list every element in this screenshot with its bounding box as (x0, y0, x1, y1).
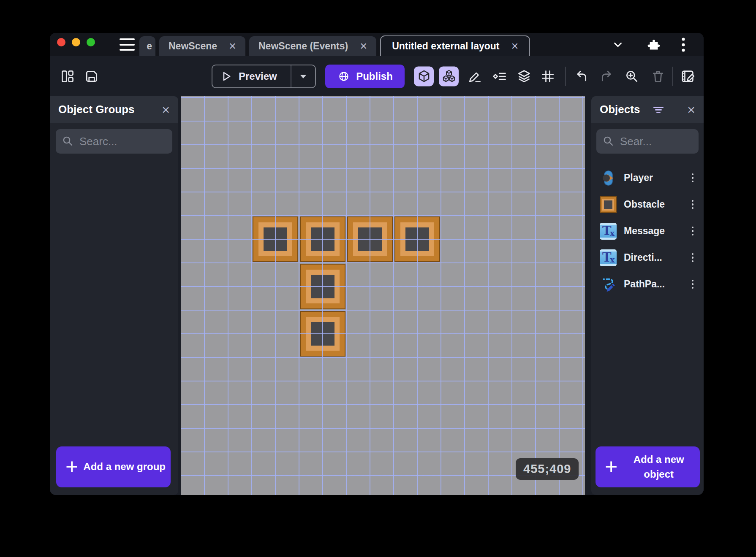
objects-searchbox (596, 129, 699, 154)
object-row-player[interactable]: Player (591, 165, 704, 191)
player-icon (600, 170, 617, 187)
layers-icon[interactable] (516, 68, 533, 85)
obstacle-tile[interactable] (347, 216, 393, 262)
object-row-obstacle[interactable]: Obstacle (591, 191, 704, 218)
tab-bar-right-controls (606, 33, 704, 56)
undo-icon[interactable] (572, 68, 589, 85)
close-panel-icon[interactable]: × (162, 103, 170, 116)
add-group-label: Add a new group (82, 460, 166, 474)
filter-icon[interactable] (652, 103, 665, 116)
main-toolbar: Preview Publish (50, 56, 704, 96)
obstacle-tile[interactable] (253, 216, 298, 262)
objects-header: Objects × (591, 96, 704, 123)
object-groups-search-input[interactable] (79, 135, 166, 148)
publish-button[interactable]: Publish (325, 65, 405, 88)
object-name: PathPa... (624, 278, 680, 290)
editor-content: Object Groups × + Add a new group (50, 96, 704, 495)
object-menu-kebab-icon[interactable] (688, 197, 698, 212)
object-name: Message (624, 225, 680, 237)
object-row-pathpaint[interactable]: PathPa... (591, 271, 704, 297)
obstacle-tile[interactable] (394, 216, 440, 262)
instances-mode-button[interactable] (439, 66, 459, 86)
object-name: Directi... (624, 252, 680, 263)
object-cube-icon (417, 69, 431, 84)
object-groups-header: Object Groups × (50, 96, 178, 123)
grid-overlay (181, 96, 585, 495)
play-icon (220, 70, 233, 83)
edit-pencil-icon[interactable] (466, 68, 483, 85)
object-menu-kebab-icon[interactable] (688, 277, 698, 292)
object-row-directions[interactable]: Tx Directi... (591, 244, 704, 271)
gdevelop-window: e NewScene × NewScene (Events) × Untitle… (50, 33, 704, 495)
objects-list: Player Obstacle Tx Message Tx (591, 165, 704, 297)
tab-strip: e NewScene × NewScene (Events) × Untitle… (139, 36, 530, 56)
tab-label: e (147, 41, 152, 52)
path-paint-icon (600, 276, 617, 293)
chevron-down-icon[interactable] (612, 38, 624, 51)
toolbar-divider (565, 67, 566, 86)
kebab-menu-icon[interactable] (681, 37, 686, 53)
close-tab-icon[interactable]: × (360, 40, 367, 52)
tab-label: NewScene (169, 41, 217, 52)
grid-hash-icon[interactable] (539, 68, 556, 85)
toolbar-divider (672, 67, 673, 86)
preview-button[interactable]: Preview (212, 65, 316, 88)
object-groups-panel: Object Groups × + Add a new group (50, 96, 178, 495)
object-groups-title: Object Groups (58, 103, 135, 116)
edit-scene-icon[interactable] (680, 68, 697, 85)
object-name: Player (624, 172, 680, 184)
cursor-coordinates-badge: 455;409 (516, 458, 579, 480)
extensions-puzzle-icon[interactable] (645, 37, 661, 52)
globe-icon (337, 70, 351, 83)
close-panel-icon[interactable]: × (687, 103, 695, 116)
tab-label: Untitled external layout (392, 41, 499, 52)
object-menu-kebab-icon[interactable] (688, 224, 698, 238)
tab-bar: e NewScene × NewScene (Events) × Untitle… (50, 33, 704, 56)
objects-panel: Objects × (591, 96, 704, 495)
add-object-label: Add a new object (622, 452, 696, 482)
text-object-icon: Tx (600, 223, 617, 240)
search-icon (602, 135, 615, 148)
tab-clipped[interactable]: e (139, 36, 155, 56)
close-window-button[interactable] (57, 38, 65, 46)
tab-untitled-external-layout[interactable]: Untitled external layout × (380, 35, 530, 56)
object-mode-button[interactable] (414, 66, 434, 86)
preview-label: Preview (239, 70, 277, 82)
objects-title: Objects (600, 103, 640, 116)
instances-cubes-icon (442, 69, 456, 84)
close-tab-icon[interactable]: × (511, 40, 518, 52)
zoom-in-icon[interactable] (623, 68, 640, 85)
add-group-button[interactable]: + Add a new group (56, 446, 171, 487)
tab-label: NewScene (Events) (258, 41, 348, 52)
traffic-lights (57, 38, 95, 46)
tab-newscene-events[interactable]: NewScene (Events) × (249, 36, 376, 56)
obstacle-icon (600, 196, 617, 213)
text-object-icon: Tx (600, 249, 617, 266)
objects-list-icon[interactable] (491, 68, 508, 85)
plus-icon: + (65, 458, 78, 476)
plus-icon: + (605, 458, 617, 476)
minimize-window-button[interactable] (72, 38, 80, 46)
object-name: Obstacle (624, 199, 680, 210)
object-menu-kebab-icon[interactable] (688, 171, 698, 185)
zoom-window-button[interactable] (87, 38, 95, 46)
objects-search-input[interactable] (620, 135, 693, 148)
obstacle-tile[interactable] (300, 311, 345, 357)
scene-canvas[interactable]: 455;409 (181, 96, 585, 495)
save-icon[interactable] (83, 68, 100, 85)
object-row-message[interactable]: Tx Message (591, 218, 704, 244)
obstacle-tile[interactable] (300, 216, 345, 262)
close-tab-icon[interactable]: × (229, 40, 236, 52)
redo-icon[interactable] (599, 68, 616, 85)
object-menu-kebab-icon[interactable] (688, 251, 698, 265)
screen: e NewScene × NewScene (Events) × Untitle… (0, 0, 756, 557)
panels-layout-icon[interactable] (59, 68, 76, 85)
tab-newscene[interactable]: NewScene × (159, 36, 245, 56)
preview-dropdown-caret-icon[interactable] (291, 71, 315, 81)
trash-icon[interactable] (650, 68, 666, 85)
publish-label: Publish (356, 70, 393, 82)
obstacle-tile[interactable] (300, 264, 345, 309)
add-object-button[interactable]: + Add a new object (596, 446, 700, 487)
hamburger-menu-icon[interactable] (120, 38, 135, 51)
object-groups-searchbox (56, 129, 172, 154)
